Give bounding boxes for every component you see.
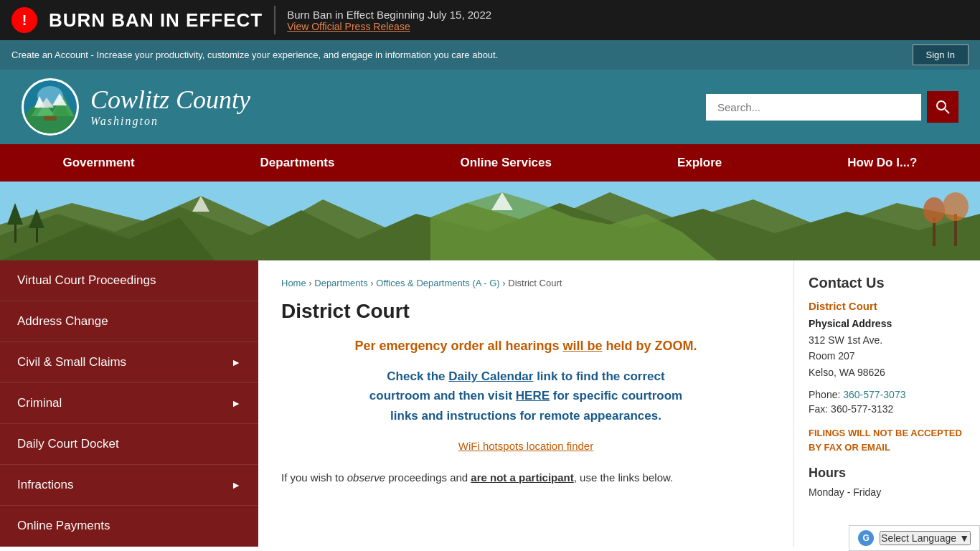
breadcrumb-departments[interactable]: Departments: [314, 278, 367, 288]
address-line3: Kelso, WA 98626: [809, 367, 885, 378]
breadcrumb-home[interactable]: Home: [281, 278, 306, 288]
sidebar-label-infractions: Infractions: [17, 478, 73, 492]
contact-address: 312 SW 1st Ave. Room 207 Kelso, WA 98626: [809, 332, 966, 380]
create-account-suffix: - Increase your productivity, customize …: [88, 50, 498, 60]
nav-item-how-do-i[interactable]: How Do I...?: [833, 144, 931, 182]
create-account-link[interactable]: Create an Account: [11, 50, 88, 60]
phone-number[interactable]: 360-577-3073: [843, 389, 905, 400]
alert-main-text: Burn Ban in Effect Beginning July 15, 20…: [287, 9, 491, 21]
sign-in-button[interactable]: Sign In: [913, 44, 969, 65]
breadcrumb-offices[interactable]: Offices & Departments (A - G): [376, 278, 499, 288]
breadcrumb-current: District Court: [508, 278, 562, 288]
sidebar-item-infractions[interactable]: Infractions ►: [0, 465, 258, 506]
sidebar-item-daily-court-docket[interactable]: Daily Court Docket: [0, 424, 258, 465]
language-bar: G Select Language ▼: [849, 525, 980, 547]
sidebar-label-online-payments: Online Payments: [17, 519, 110, 533]
nav-item-online-services[interactable]: Online Services: [446, 144, 566, 182]
alert-bar: ! BURN BAN IN EFFECT Burn Ban in Effect …: [0, 0, 980, 40]
search-button[interactable]: [927, 91, 958, 123]
svg-point-24: [923, 197, 945, 223]
svg-rect-9: [44, 116, 57, 121]
county-name: Cowlitz County: [90, 86, 250, 115]
main-content: Home › Departments › Offices & Departmen…: [258, 260, 793, 547]
select-language-button[interactable]: Select Language ▼: [880, 531, 971, 545]
daily-calendar-link[interactable]: Daily Calendar: [448, 369, 533, 383]
sidebar-item-civil-small-claims[interactable]: Civil & Small Claims ►: [0, 342, 258, 383]
hero-image: [0, 182, 980, 260]
district-court-link[interactable]: District Court: [809, 300, 966, 312]
sidebar-item-criminal[interactable]: Criminal ►: [0, 383, 258, 424]
sidebar-item-address-change[interactable]: Address Change: [0, 301, 258, 342]
search-area: [706, 91, 958, 123]
svg-point-26: [943, 192, 969, 221]
sidebar-label-civil-small-claims: Civil & Small Claims: [17, 355, 126, 369]
hours-text: Monday - Friday: [809, 486, 966, 498]
criminal-arrow-icon: ►: [231, 397, 241, 409]
language-dropdown-arrow: ▼: [959, 532, 969, 544]
create-account-text: Create an Account - Increase your produc…: [11, 50, 498, 60]
contact-us-title: Contact Us: [809, 275, 966, 291]
sidebar: Virtual Court Proceedings Address Change…: [0, 260, 258, 547]
search-input[interactable]: [706, 94, 921, 121]
logo-area: Cowlitz County Washington: [22, 78, 250, 136]
sidebar-label-virtual-court: Virtual Court Proceedings: [17, 273, 156, 288]
site-header: Cowlitz County Washington: [0, 70, 980, 144]
emergency-notice: Per emergency order all hearings will be…: [281, 337, 771, 355]
nav-item-departments[interactable]: Departments: [246, 144, 349, 182]
contact-fax: Fax: 360-577-3132: [809, 403, 966, 415]
sidebar-item-online-payments[interactable]: Online Payments: [0, 506, 258, 547]
main-nav: Government Departments Online Services E…: [0, 144, 980, 182]
infractions-arrow-icon: ►: [231, 479, 241, 491]
alert-text-block: Burn Ban in Effect Beginning July 15, 20…: [287, 9, 491, 32]
logo-text: Cowlitz County Washington: [90, 86, 250, 128]
address-line2: Room 207: [809, 350, 855, 362]
county-state: Washington: [90, 115, 250, 128]
filings-notice: FILINGS WILL NOT BE ACCEPTED BY FAX OR E…: [809, 426, 966, 454]
google-translate-icon: G: [858, 530, 874, 546]
calendar-notice: Check the Daily Calendar link to find th…: [281, 367, 771, 425]
page-title: District Court: [281, 300, 771, 323]
burn-ban-icon: !: [11, 7, 37, 33]
alert-title: BURN BAN IN EFFECT: [49, 9, 263, 32]
physical-address-label: Physical Address: [809, 318, 966, 329]
content-wrapper: Virtual Court Proceedings Address Change…: [0, 260, 980, 547]
phone-label: Phone:: [809, 389, 840, 400]
wifi-link[interactable]: WiFi hotspots location finder: [281, 440, 771, 452]
observe-text: If you wish to observe proceedings and a…: [281, 469, 771, 486]
nav-item-explore[interactable]: Explore: [663, 144, 736, 182]
will-be-text: will be: [563, 339, 603, 353]
select-language-label: Select Language: [881, 532, 956, 544]
civil-arrow-icon: ►: [231, 357, 241, 368]
here-link[interactable]: HERE: [516, 389, 550, 402]
utility-bar: Create an Account - Increase your produc…: [0, 40, 980, 70]
county-logo[interactable]: [22, 78, 79, 136]
sidebar-label-daily-court-docket: Daily Court Docket: [17, 437, 119, 451]
alert-divider: [274, 6, 275, 34]
breadcrumb: Home › Departments › Offices & Departmen…: [281, 278, 771, 288]
contact-phone: Phone: 360-577-3073: [809, 389, 966, 400]
press-release-link[interactable]: View Official Press Release: [287, 21, 491, 32]
address-line1: 312 SW 1st Ave.: [809, 334, 882, 346]
hours-title: Hours: [809, 466, 966, 481]
sidebar-label-criminal: Criminal: [17, 396, 62, 410]
right-panel: Contact Us District Court Physical Addre…: [793, 260, 980, 547]
svg-point-10: [937, 101, 946, 110]
sidebar-label-address-change: Address Change: [17, 314, 108, 329]
svg-line-11: [945, 109, 949, 113]
not-participant-text: are not a participant: [471, 471, 573, 484]
sidebar-item-virtual-court[interactable]: Virtual Court Proceedings: [0, 260, 258, 301]
nav-item-government[interactable]: Government: [48, 144, 149, 182]
